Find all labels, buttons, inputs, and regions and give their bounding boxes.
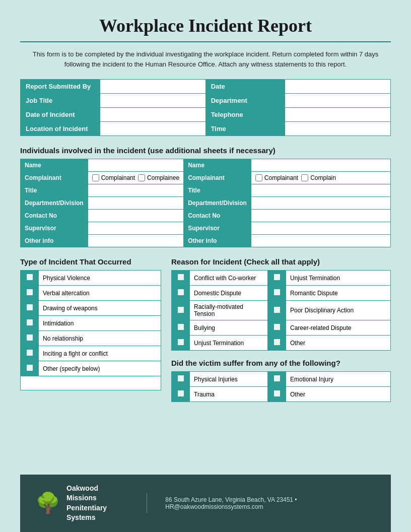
victim-table: Physical Injuries Emotional Injury Traum… (171, 371, 391, 402)
ind-label-dept-1: Department/Division (21, 197, 88, 210)
ind-value-name-2[interactable] (251, 159, 390, 172)
ind-value-dept-1[interactable] (88, 197, 183, 210)
reason-label-unjust-term: Unjust Termination (286, 271, 391, 286)
victim-cb-other[interactable] (268, 387, 286, 402)
tree-icon: 🌳 (35, 491, 60, 515)
ind-value-supervisor-2[interactable] (251, 222, 390, 235)
reason-row: Bullying Career-related Dispute (172, 320, 391, 336)
reason-section-title: Reason for Incident (Check all that appl… (171, 257, 391, 266)
label-time: Time (206, 122, 285, 136)
reason-cb-romantic[interactable] (268, 286, 286, 301)
value-report-submitted-by[interactable] (100, 80, 206, 94)
value-date-of-incident[interactable] (100, 108, 206, 122)
ind-value-title-1[interactable] (88, 184, 183, 197)
complainant-check-2[interactable] (255, 174, 262, 181)
reason-cb-domestic[interactable] (172, 286, 190, 301)
reason-row: Domestic Dispute Romantic Dispute (172, 286, 391, 301)
value-department[interactable] (285, 94, 391, 108)
reason-cb-poor-disc[interactable] (268, 301, 286, 320)
incident-label-no-relationship: No relationship (39, 331, 161, 346)
ind-value-complainant-2: Complainant Complain (251, 172, 390, 184)
incident-type-row: No relationship (21, 331, 161, 346)
page-description: This form is to be completed by the indi… (20, 49, 391, 69)
incident-cb-verbal[interactable] (21, 286, 39, 301)
footer-contact: 86 South Azure Lane, Virginia Beach, VA … (165, 496, 376, 510)
complainant-checkbox-1[interactable]: Complainant (92, 174, 135, 181)
incident-cb-inciting[interactable] (21, 346, 39, 361)
individuals-table: Name Name Complainant Complainant Compla… (20, 159, 391, 247)
victim-label-emotional: Emotional Injury (286, 372, 391, 387)
ind-value-contact-1[interactable] (88, 210, 183, 222)
label-job-title: Job Title (21, 94, 100, 108)
ind-value-other-1[interactable] (88, 235, 183, 247)
reason-row: Conflict with Co-worker Unjust Terminati… (172, 271, 391, 286)
value-date[interactable] (285, 80, 391, 94)
reason-label-unjust-term2: Unjust Termination (190, 336, 268, 351)
incident-label-inciting: Inciting a fight or conflict (39, 346, 161, 361)
individuals-section-title: Individuals involved in the incident (us… (20, 146, 391, 155)
ind-label-dept-2: Department/Division (184, 197, 251, 210)
incident-cb-weapons[interactable] (21, 301, 39, 316)
incident-other-input[interactable] (21, 376, 161, 390)
reason-label-romantic: Romantic Dispute (286, 286, 391, 301)
incident-type-row: Inciting a fight or conflict (21, 346, 161, 361)
footer-logo: 🌳 Oakwood MissionsPenitentiary Systems (35, 484, 128, 523)
ind-label-name-2: Name (184, 159, 251, 172)
reason-label-other: Other (286, 336, 391, 351)
reason-cb-unjust-term[interactable] (268, 271, 286, 286)
reason-cb-racial[interactable] (172, 301, 190, 320)
label-telephone: Telephone (206, 108, 285, 122)
reason-label-career: Career-related Dispute (286, 320, 391, 336)
complainee-checkbox-1[interactable]: Complainee (138, 174, 179, 181)
ind-label-supervisor-1: Supervisor (21, 222, 88, 235)
ind-value-contact-2[interactable] (251, 210, 390, 222)
ind-label-title-2: Title (184, 184, 251, 197)
ind-value-supervisor-1[interactable] (88, 222, 183, 235)
complainee-check-2[interactable] (301, 174, 308, 181)
title-divider (20, 41, 391, 42)
reason-cb-other[interactable] (268, 336, 286, 351)
reason-row: Racially-motivated Tension Poor Discipli… (172, 301, 391, 320)
report-info-table: Report Submitted By Date Job Title Depar… (20, 79, 391, 136)
victim-label-trauma: Trauma (190, 387, 268, 402)
complainee-checkbox-2[interactable]: Complain (301, 174, 336, 181)
ind-label-other-1: Other info (21, 235, 88, 247)
ind-label-contact-2: Contact No (184, 210, 251, 222)
ind-value-other-2[interactable] (251, 235, 390, 247)
incident-label-physical: Physical Violence (39, 271, 161, 286)
reason-row: Unjust Termination Other (172, 336, 391, 351)
ind-value-title-2[interactable] (251, 184, 390, 197)
incident-cb-no-relationship[interactable] (21, 331, 39, 346)
label-location-of-incident: Location of Incident (21, 122, 100, 136)
label-department: Department (206, 94, 285, 108)
incident-other-input-row (21, 376, 161, 390)
value-telephone[interactable] (285, 108, 391, 122)
ind-label-other-2: Other info (184, 235, 251, 247)
bottom-section: Type of Incident That Occurred Physical … (20, 257, 391, 410)
reason-cb-bullying[interactable] (172, 320, 190, 336)
incident-cb-physical[interactable] (21, 271, 39, 286)
footer-company-name: Oakwood MissionsPenitentiary Systems (66, 484, 128, 523)
value-location-of-incident[interactable] (100, 122, 206, 136)
reason-cb-unjust-term2[interactable] (172, 336, 190, 351)
ind-value-dept-2[interactable] (251, 197, 390, 210)
complainant-checkbox-2[interactable]: Complainant (255, 174, 298, 181)
victim-cb-physical[interactable] (172, 372, 190, 387)
footer: 🌳 Oakwood MissionsPenitentiary Systems 8… (20, 475, 391, 532)
incident-type-row: Physical Violence (21, 271, 161, 286)
reason-table: Conflict with Co-worker Unjust Terminati… (171, 270, 391, 351)
incident-cb-intimidation[interactable] (21, 316, 39, 331)
reason-cb-conflict[interactable] (172, 271, 190, 286)
complainee-check-1[interactable] (138, 174, 145, 181)
victim-cb-trauma[interactable] (172, 387, 190, 402)
value-time[interactable] (285, 122, 391, 136)
ind-label-name-1: Name (21, 159, 88, 172)
ind-label-title-1: Title (21, 184, 88, 197)
incident-cb-other[interactable] (21, 361, 39, 376)
reason-cb-career[interactable] (268, 320, 286, 336)
value-job-title[interactable] (100, 94, 206, 108)
victim-cb-emotional[interactable] (268, 372, 286, 387)
label-date-of-incident: Date of Incident (21, 108, 100, 122)
complainant-check-1[interactable] (92, 174, 99, 181)
ind-value-name-1[interactable] (88, 159, 183, 172)
